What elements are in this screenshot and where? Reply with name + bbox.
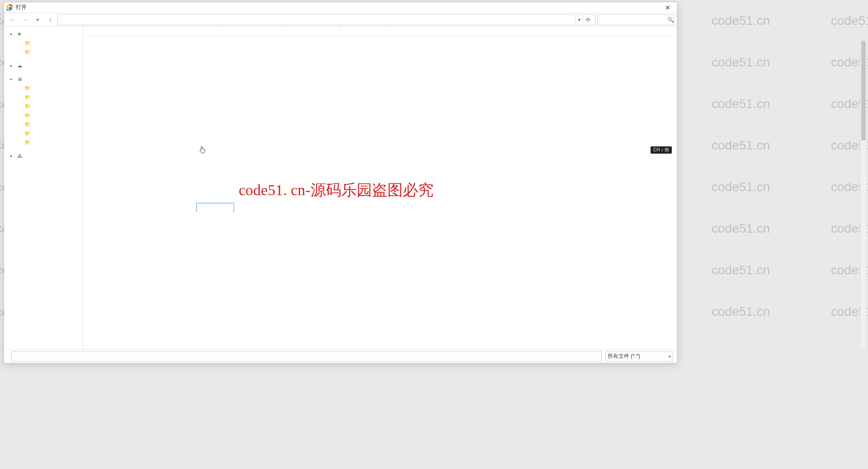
column-size[interactable] bbox=[341, 27, 386, 36]
pc-icon: 🖥 bbox=[16, 76, 23, 82]
sidebar-subitem[interactable]: 📁 bbox=[4, 111, 83, 120]
folder-icon: 📁 bbox=[24, 113, 31, 118]
folder-icon: 📁 bbox=[24, 103, 31, 109]
refresh-icon[interactable]: ⟳ bbox=[583, 15, 592, 25]
sidebar-subitem[interactable]: 📁 bbox=[4, 47, 83, 56]
filter-selected-label: 所有文件 (*.*) bbox=[608, 352, 640, 360]
nav-up-button[interactable]: ↑ bbox=[45, 14, 56, 25]
ime-badge-text: CH ♪ 简 bbox=[653, 147, 669, 153]
sidebar-subitem[interactable]: 📁 bbox=[4, 93, 83, 102]
tree-expand-icon[interactable]: ▸ bbox=[9, 63, 14, 68]
chevron-down-icon: ▾ bbox=[669, 354, 671, 359]
dialog-bottombar: 所有文件 (*.*) ▾ bbox=[4, 349, 677, 363]
nav-forward-button[interactable]: → bbox=[19, 14, 30, 25]
sidebar-subitem[interactable]: 📁 bbox=[4, 84, 83, 93]
sidebar-subitem[interactable]: 📁 bbox=[4, 129, 83, 138]
search-icon[interactable]: 🔍 bbox=[667, 17, 674, 23]
sidebar-subitem[interactable]: 📁 bbox=[4, 38, 83, 47]
tree-expand-icon[interactable]: ▸ bbox=[9, 32, 14, 36]
close-button[interactable]: ✕ bbox=[659, 2, 677, 13]
inline-text-box[interactable] bbox=[196, 203, 234, 212]
sidebar-subitem[interactable]: 📁 bbox=[4, 138, 83, 147]
inline-text-input[interactable] bbox=[198, 204, 233, 212]
nav-recent-button[interactable]: ▾ bbox=[32, 14, 43, 25]
folder-icon: 📁 bbox=[24, 85, 31, 91]
column-headers bbox=[83, 27, 677, 37]
nav-back-button[interactable]: ← bbox=[7, 14, 18, 25]
sidebar-item[interactable]: ▸☁ bbox=[4, 61, 83, 70]
chrome-icon bbox=[6, 4, 13, 11]
page-scrollbar[interactable] bbox=[860, 41, 867, 348]
sidebar-item[interactable]: ▸🖥 bbox=[4, 75, 83, 84]
tree-expand-icon[interactable]: ▸ bbox=[9, 77, 14, 81]
onedrive-icon: ☁ bbox=[16, 63, 23, 69]
column-name[interactable] bbox=[83, 27, 219, 36]
dialog-titlebar: 打开 ✕ bbox=[4, 2, 677, 13]
anti-theft-watermark-text: code51. cn-源码乐园盗图必究 bbox=[239, 180, 434, 201]
folder-icon: 📁 bbox=[24, 131, 31, 136]
dialog-title: 打开 bbox=[16, 4, 27, 11]
dialog-toolbar: ← → ▾ ↑ ▾ ⟳ 🔍 bbox=[4, 13, 677, 27]
breadcrumb-dropdown-icon[interactable]: ▾ bbox=[575, 15, 583, 25]
folder-icon: 📁 bbox=[24, 140, 31, 145]
folder-icon: 📁 bbox=[24, 49, 31, 55]
column-date[interactable] bbox=[219, 27, 287, 36]
sidebar-item[interactable]: ▸🖧 bbox=[4, 151, 83, 160]
sidebar-subitem[interactable]: 📁 bbox=[4, 120, 83, 129]
scrollbar-thumb[interactable] bbox=[861, 41, 866, 141]
search-box[interactable]: 🔍 bbox=[597, 14, 674, 25]
search-input[interactable] bbox=[599, 17, 667, 23]
sidebar-item[interactable]: ▸★ bbox=[4, 29, 83, 38]
net-icon: 🖧 bbox=[16, 153, 23, 159]
address-bar[interactable]: ▾ ⟳ bbox=[57, 14, 595, 25]
file-type-filter[interactable]: 所有文件 (*.*) ▾ bbox=[605, 352, 673, 361]
folder-icon: 📁 bbox=[24, 40, 31, 46]
column-type[interactable] bbox=[287, 27, 341, 36]
star-icon: ★ bbox=[16, 31, 23, 37]
folder-icon: 📁 bbox=[24, 94, 31, 100]
ime-indicator-badge: CH ♪ 简 bbox=[651, 146, 672, 154]
tree-expand-icon[interactable]: ▸ bbox=[9, 154, 14, 158]
nav-sidebar[interactable]: ▸★📁📁▸☁▸🖥📁📁📁📁📁📁📁▸🖧 bbox=[4, 27, 83, 349]
filename-input[interactable] bbox=[11, 352, 602, 361]
sidebar-subitem[interactable]: 📁 bbox=[4, 102, 83, 111]
folder-icon: 📁 bbox=[24, 122, 31, 127]
